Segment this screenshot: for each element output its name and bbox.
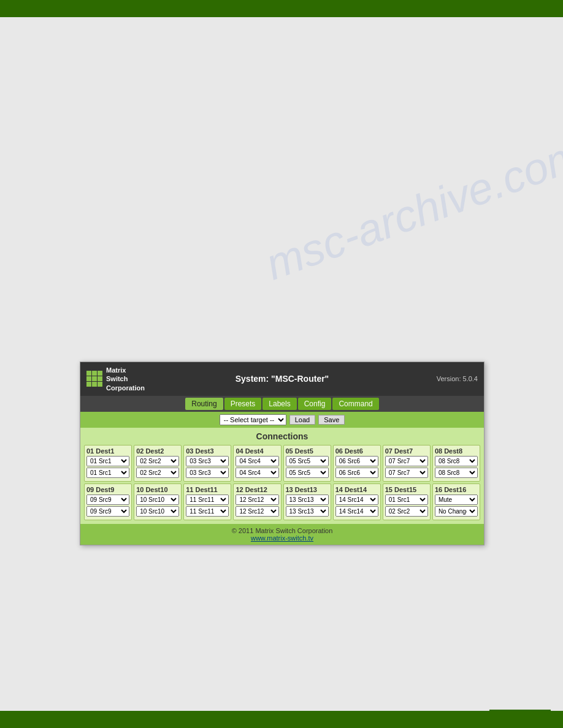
dest-select-3-2[interactable]: 01 Src102 Src203 Src3	[186, 468, 229, 478]
dest-card-5: 05 Dest505 Src506 Src605 Src506 Src6	[283, 445, 331, 482]
app-header: MatrixSwitchCorporation System: "MSC-Rou…	[80, 362, 484, 396]
app-version: Version: 5.0.4	[437, 375, 478, 382]
bottom-bar-line	[489, 710, 551, 711]
footer-copyright: © 2011 Matrix Switch Corporation	[83, 527, 481, 534]
dest-card-4: 04 Dest404 Src405 Src504 Src405 Src5	[233, 445, 281, 482]
dest-card-15: 15 Dest1501 Src102 Src201 Src102 Src2	[383, 483, 431, 520]
dest-card-9: 09 Dest909 Src910 Src1009 Src910 Src10	[84, 483, 132, 520]
dest-label-3: 03 Dest3	[186, 447, 229, 455]
dest-select-5-1[interactable]: 05 Src506 Src6	[286, 456, 329, 466]
watermark: msc-archive.com	[259, 128, 563, 289]
dest-select-7-2[interactable]: 07 Src708 Src8	[385, 468, 428, 478]
dest-label-6: 06 Dest6	[335, 447, 378, 455]
dest-select-15-1[interactable]: 01 Src102 Src2	[385, 495, 428, 505]
dest-label-4: 04 Dest4	[236, 447, 278, 455]
dest-label-7: 07 Dest7	[385, 447, 428, 455]
dest-label-14: 14 Dest14	[335, 486, 378, 493]
dest-label-12: 12 Dest12	[236, 486, 278, 493]
logo-icon	[86, 371, 102, 387]
load-button[interactable]: Load	[289, 415, 315, 425]
connections-grid: 01 Dest101 Src102 Src203 Src301 Src102 S…	[84, 445, 480, 520]
dest-label-15: 15 Dest15	[385, 486, 428, 493]
dest-select-11-2[interactable]: 11 Src1112 Src12	[186, 506, 229, 517]
dest-label-16: 16 Dest16	[435, 486, 478, 493]
app-footer: © 2011 Matrix Switch Corporation www.mat…	[80, 524, 484, 545]
save-button[interactable]: Save	[318, 415, 345, 425]
dest-card-6: 06 Dest606 Src607 Src706 Src607 Src7	[333, 445, 381, 482]
dest-select-8-2[interactable]: 08 Src809 Src9	[435, 468, 478, 478]
target-select[interactable]: -- Select target --	[220, 414, 286, 425]
dest-select-9-2[interactable]: 09 Src910 Src10	[86, 506, 129, 517]
dest-select-2-2[interactable]: 01 Src102 Src203 Src3	[136, 468, 179, 478]
nav-config[interactable]: Config	[298, 398, 332, 410]
dest-label-9: 09 Dest9	[86, 486, 129, 493]
dest-select-10-1[interactable]: 10 Src1011 Src11	[136, 495, 179, 505]
dest-select-8-1[interactable]: 08 Src809 Src9	[435, 456, 478, 466]
dest-select-11-1[interactable]: 11 Src1112 Src12	[186, 495, 229, 505]
dest-label-13: 13 Dest13	[286, 486, 329, 493]
dest-select-16-2[interactable]: MuteNo Change	[435, 506, 478, 517]
dest-select-12-2[interactable]: 12 Src1213 Src13	[236, 506, 278, 517]
connections-title: Connections	[84, 431, 480, 441]
dest-card-2: 02 Dest201 Src102 Src203 Src301 Src102 S…	[134, 445, 182, 482]
dest-card-16: 16 Dest16MuteNo ChangeMuteNo Change	[432, 483, 480, 520]
dest-select-1-1[interactable]: 01 Src102 Src203 Src3	[86, 456, 129, 466]
dest-card-13: 13 Dest1313 Src1314 Src1413 Src1314 Src1…	[283, 483, 331, 520]
dest-label-8: 08 Dest8	[435, 447, 478, 455]
app-title: System: "MSC-Router"	[236, 374, 329, 384]
dest-select-13-2[interactable]: 13 Src1314 Src14	[286, 506, 329, 517]
dest-card-14: 14 Dest1414 Src1415 Src1514 Src1415 Src1…	[333, 483, 381, 520]
app-window: MatrixSwitchCorporation System: "MSC-Rou…	[80, 362, 484, 545]
dest-select-5-2[interactable]: 05 Src506 Src6	[286, 468, 329, 478]
content-area: Connections 01 Dest101 Src102 Src203 Src…	[80, 428, 484, 524]
logo-area: MatrixSwitchCorporation	[86, 366, 145, 392]
footer-link[interactable]: www.matrix-switch.tv	[251, 534, 313, 542]
dest-select-16-1[interactable]: MuteNo Change	[435, 495, 478, 505]
dest-select-3-1[interactable]: 01 Src102 Src203 Src3	[186, 456, 229, 466]
dest-select-1-2[interactable]: 01 Src102 Src203 Src3	[86, 468, 129, 478]
dest-card-10: 10 Dest1010 Src1011 Src1110 Src1011 Src1…	[134, 483, 182, 520]
dest-select-12-1[interactable]: 12 Src1213 Src13	[236, 495, 278, 505]
nav-labels[interactable]: Labels	[262, 398, 296, 410]
nav-bar: Routing Presets Labels Config Command	[80, 396, 484, 412]
dest-card-11: 11 Dest1111 Src1112 Src1211 Src1112 Src1…	[183, 483, 231, 520]
dest-select-9-1[interactable]: 09 Src910 Src10	[86, 495, 129, 505]
dest-select-4-2[interactable]: 04 Src405 Src5	[236, 468, 278, 478]
dest-card-8: 08 Dest808 Src809 Src908 Src809 Src9	[432, 445, 480, 482]
nav-command[interactable]: Command	[332, 398, 378, 410]
dest-select-6-1[interactable]: 06 Src607 Src7	[335, 456, 378, 466]
dest-select-6-2[interactable]: 06 Src607 Src7	[335, 468, 378, 478]
logo-text: MatrixSwitchCorporation	[106, 366, 145, 392]
dest-card-3: 03 Dest301 Src102 Src203 Src301 Src102 S…	[183, 445, 231, 482]
dest-label-1: 01 Dest1	[86, 447, 129, 455]
dest-select-10-2[interactable]: 10 Src1011 Src11	[136, 506, 179, 517]
dest-select-2-1[interactable]: 01 Src102 Src203 Src3	[136, 456, 179, 466]
dest-label-5: 05 Dest5	[286, 447, 329, 455]
dest-select-15-2[interactable]: 01 Src102 Src2	[385, 506, 428, 517]
nav-routing[interactable]: Routing	[185, 398, 223, 410]
dest-card-7: 07 Dest707 Src708 Src807 Src708 Src8	[383, 445, 431, 482]
presets-bar: -- Select target -- Load Save	[80, 412, 484, 428]
dest-select-14-2[interactable]: 14 Src1415 Src15	[335, 506, 378, 517]
dest-label-10: 10 Dest10	[136, 486, 179, 493]
dest-card-12: 12 Dest1212 Src1213 Src1312 Src1213 Src1…	[233, 483, 281, 520]
bottom-bar	[0, 711, 563, 728]
top-bar	[0, 0, 563, 17]
nav-presets[interactable]: Presets	[224, 398, 262, 410]
dest-label-11: 11 Dest11	[186, 486, 229, 493]
dest-select-13-1[interactable]: 13 Src1314 Src14	[286, 495, 329, 505]
dest-select-7-1[interactable]: 07 Src708 Src8	[385, 456, 428, 466]
dest-select-14-1[interactable]: 14 Src1415 Src15	[335, 495, 378, 505]
dest-select-4-1[interactable]: 04 Src405 Src5	[236, 456, 278, 466]
dest-card-1: 01 Dest101 Src102 Src203 Src301 Src102 S…	[84, 445, 132, 482]
dest-label-2: 02 Dest2	[136, 447, 179, 455]
